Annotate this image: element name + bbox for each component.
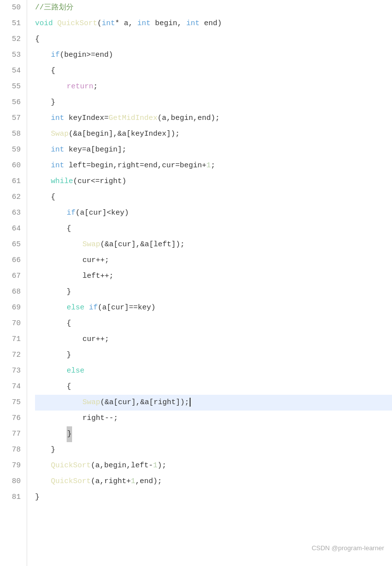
- brace-highlight-77: }: [67, 426, 72, 442]
- code-line-60: int left=begin,right=end,cur=begin+1;: [35, 158, 392, 174]
- ln-60: 60: [0, 158, 21, 174]
- code-line-61: while(cur<=right): [35, 174, 392, 189]
- code-line-52: {: [35, 32, 392, 47]
- code-line-64: {: [35, 221, 392, 237]
- ln-80: 80: [0, 474, 21, 490]
- kw-int3: int: [186, 19, 199, 28]
- code-line-79: QuickSort(a,begin,left-1);: [35, 458, 392, 474]
- ln-77: 77: [0, 426, 21, 442]
- code-line-70: {: [35, 316, 392, 332]
- ln-67: 67: [0, 268, 21, 284]
- kw-void: void: [35, 19, 53, 28]
- code-line-74: {: [35, 379, 392, 395]
- ln-65: 65: [0, 237, 21, 253]
- kw-return: return: [67, 82, 93, 91]
- code-line-58: Swap(&a[begin],&a[keyIndex]);: [35, 126, 392, 142]
- fn-quicksort-79: QuickSort: [51, 461, 91, 470]
- code-line-75: Swap(&a[cur],&a[right]);: [35, 395, 392, 411]
- code-line-50: //三路划分: [35, 0, 392, 16]
- code-line-68: }: [35, 284, 392, 300]
- code-line-72: }: [35, 347, 392, 363]
- ln-63: 63: [0, 205, 21, 221]
- kw-int-57: int: [51, 114, 64, 122]
- kw-while: while: [51, 177, 73, 186]
- ln-50: 50: [0, 0, 21, 16]
- kw-if-63: if: [67, 209, 76, 217]
- ln-55: 55: [0, 79, 21, 95]
- code-line-57: int keyIndex=GetMidIndex(a,begin,end);: [35, 111, 392, 126]
- code-line-55: return;: [35, 79, 392, 95]
- kw-int-60: int: [51, 161, 64, 170]
- code-line-54: {: [35, 63, 392, 79]
- line-numbers: 50 51 52 53 54 55 56 57 58 59 60 61 62 6…: [0, 0, 27, 566]
- code-content: //三路划分 void QuickSort(int* a, int begin,…: [27, 0, 392, 566]
- kw-int2: int: [137, 19, 151, 28]
- ln-61: 61: [0, 174, 21, 189]
- kw-else-73: else: [67, 367, 84, 375]
- ln-78: 78: [0, 442, 21, 458]
- code-line-76: right--;: [35, 411, 392, 426]
- code-line-67: left++;: [35, 268, 392, 284]
- ln-75: 75: [0, 395, 21, 411]
- ln-66: 66: [0, 253, 21, 268]
- watermark: CSDN @program-learner: [312, 540, 384, 556]
- code-line-69: else if(a[cur]==key): [35, 300, 392, 316]
- code-line-65: Swap(&a[cur],&a[left]);: [35, 237, 392, 253]
- ln-81: 81: [0, 490, 21, 505]
- fn-quicksort-80: QuickSort: [51, 477, 91, 486]
- ln-53: 53: [0, 47, 21, 63]
- ln-54: 54: [0, 63, 21, 79]
- kw-int-59: int: [51, 146, 64, 154]
- ln-56: 56: [0, 95, 21, 111]
- code-line-81: }: [35, 490, 392, 505]
- code-line-80: QuickSort(a,right+1,end);: [35, 474, 392, 490]
- fn-quicksort: QuickSort: [57, 19, 97, 28]
- ln-79: 79: [0, 458, 21, 474]
- ln-68: 68: [0, 284, 21, 300]
- code-line-77: }: [35, 426, 392, 442]
- text-cursor: [190, 398, 191, 407]
- ln-57: 57: [0, 111, 21, 126]
- fn-swap-75: Swap: [82, 398, 100, 407]
- ln-69: 69: [0, 300, 21, 316]
- ln-71: 71: [0, 332, 21, 347]
- code-line-53: if(begin>=end): [35, 47, 392, 63]
- code-line-63: if(a[cur]<key): [35, 205, 392, 221]
- code-line-59: int key=a[begin];: [35, 142, 392, 158]
- code-line-73: else: [35, 363, 392, 379]
- fn-swap-58: Swap: [51, 130, 69, 138]
- kw-else-69: else: [67, 303, 84, 312]
- code-editor: 50 51 52 53 54 55 56 57 58 59 60 61 62 6…: [0, 0, 392, 566]
- code-line-51: void QuickSort(int* a, int begin, int en…: [35, 16, 392, 32]
- kw-if-53: if: [51, 51, 60, 59]
- code-line-56: }: [35, 95, 392, 111]
- code-line-71: cur++;: [35, 332, 392, 347]
- comment-50: //三路划分: [35, 3, 74, 12]
- fn-getmidindex: GetMidIndex: [109, 114, 157, 122]
- kw-if-69: if: [89, 303, 98, 312]
- ln-73: 73: [0, 363, 21, 379]
- code-line-62: {: [35, 189, 392, 205]
- ln-76: 76: [0, 411, 21, 426]
- ln-52: 52: [0, 32, 21, 47]
- code-line-66: cur++;: [35, 253, 392, 268]
- fn-swap-65: Swap: [82, 240, 100, 249]
- ln-70: 70: [0, 316, 21, 332]
- code-line-78: }: [35, 442, 392, 458]
- ln-62: 62: [0, 189, 21, 205]
- ln-74: 74: [0, 379, 21, 395]
- ln-59: 59: [0, 142, 21, 158]
- ln-72: 72: [0, 347, 21, 363]
- ln-58: 58: [0, 126, 21, 142]
- kw-int1: int: [102, 19, 115, 28]
- ln-51: 51: [0, 16, 21, 32]
- ln-64: 64: [0, 221, 21, 237]
